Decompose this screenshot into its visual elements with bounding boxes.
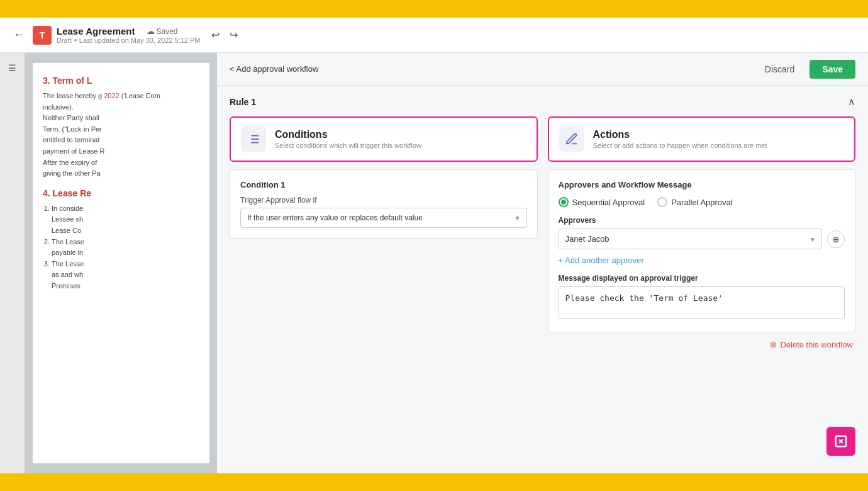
add-approver-circle-button[interactable]: ⊕ bbox=[827, 230, 845, 248]
delete-row: ⊗ Delete this workflow bbox=[230, 340, 855, 349]
trigger-select[interactable]: If the user enters any value or replaces… bbox=[240, 208, 527, 228]
doc-content-area: 3. Term of L The lease hereby g 2022 ('L… bbox=[25, 53, 217, 473]
doc-sidebar: ☰ bbox=[0, 53, 25, 473]
fab-button[interactable] bbox=[826, 427, 855, 456]
sequential-radio[interactable] bbox=[559, 197, 569, 207]
section4-text: In conside Lessee sh Lease Co The Lease … bbox=[43, 203, 199, 292]
rule-header: Rule 1 ∧ bbox=[230, 96, 855, 108]
workflow-actions: Discard Save bbox=[756, 60, 855, 79]
approver-row: Janet Jacob ▼ ⊕ bbox=[559, 229, 845, 249]
approver-select[interactable]: Janet Jacob bbox=[559, 229, 823, 249]
parallel-radio-label[interactable]: Parallel Approval bbox=[657, 197, 733, 207]
doc-title: Lease Agreement bbox=[57, 26, 135, 37]
conditions-subtitle: Select conditions which will trigger thi… bbox=[275, 142, 421, 149]
workflow-title-area: < Add approval workflow bbox=[230, 64, 318, 74]
collapse-button[interactable]: ∧ bbox=[848, 96, 855, 108]
approvers-label: Approvers bbox=[559, 216, 845, 225]
header-left: ← T Lease Agreement ☁ Saved Draft Last u… bbox=[10, 26, 200, 45]
condition1-card: Condition 1 Trigger Approval flow if If … bbox=[230, 169, 538, 239]
doc-icon: T bbox=[33, 26, 52, 45]
add-another-approver-button[interactable]: + Add another approver bbox=[559, 256, 644, 265]
approvers-card-title: Approvers and Workflow Message bbox=[559, 180, 845, 189]
section3-text: The lease hereby g 2022 ('Lease Com incl… bbox=[43, 91, 199, 179]
actions-text: Actions Select or add actions to happen … bbox=[593, 129, 767, 149]
conditions-column: Conditions Select conditions which will … bbox=[230, 116, 538, 332]
workflow-panel: < Add approval workflow Discard Save Rul… bbox=[217, 53, 868, 473]
save-button[interactable]: Save bbox=[810, 60, 855, 79]
separator-dot bbox=[74, 39, 77, 42]
conditions-text: Conditions Select conditions which will … bbox=[275, 129, 421, 149]
parallel-radio[interactable] bbox=[657, 197, 667, 207]
approvers-card: Approvers and Workflow Message Sequentia… bbox=[548, 169, 856, 332]
cloud-icon: ☁ bbox=[147, 26, 155, 36]
back-workflow-button[interactable]: < Add approval workflow bbox=[230, 64, 318, 74]
rule-label: Rule 1 bbox=[230, 97, 256, 107]
conditions-title: Conditions bbox=[275, 129, 421, 140]
workflow-content: Rule 1 ∧ Con bbox=[217, 86, 868, 473]
top-bar bbox=[0, 0, 868, 18]
delete-label: Delete this workflow bbox=[780, 340, 853, 349]
conditions-header-card: Conditions Select conditions which will … bbox=[230, 116, 538, 162]
actions-header-card: Actions Select or add actions to happen … bbox=[548, 116, 856, 162]
delete-icon: ⊗ bbox=[770, 340, 777, 349]
sidebar-doc-icon[interactable]: ☰ bbox=[4, 59, 21, 77]
back-workflow-label: < Add approval workflow bbox=[230, 64, 318, 74]
conditions-icon bbox=[241, 127, 266, 152]
main-layout: ☰ 3. Term of L The lease hereby g 2022 (… bbox=[0, 53, 868, 473]
section4-title: 4. Lease Re bbox=[43, 188, 199, 198]
bottom-bar bbox=[0, 473, 868, 491]
trigger-select-wrapper: If the user enters any value or replaces… bbox=[240, 208, 527, 228]
delete-workflow-button[interactable]: ⊗ Delete this workflow bbox=[770, 340, 853, 349]
redo-button[interactable]: ↪ bbox=[227, 26, 240, 43]
parallel-label: Parallel Approval bbox=[671, 198, 733, 207]
undo-button[interactable]: ↩ bbox=[209, 26, 222, 43]
message-label: Message displayed on approval trigger bbox=[559, 274, 845, 283]
saved-badge: ☁ Saved bbox=[147, 26, 178, 36]
workflow-header: < Add approval workflow Discard Save bbox=[217, 53, 868, 86]
back-button[interactable]: ← bbox=[10, 26, 28, 44]
doc-title-area: Lease Agreement ☁ Saved Draft Last updat… bbox=[57, 26, 200, 44]
actions-title: Actions bbox=[593, 129, 767, 140]
doc-subtitle: Draft Last updated on May 30, 2022 5:12 … bbox=[57, 37, 200, 44]
sequential-label: Sequential Approval bbox=[572, 198, 645, 207]
approval-type-group: Sequential Approval Parallel Approval bbox=[559, 197, 845, 207]
doc-page: 3. Term of L The lease hereby g 2022 ('L… bbox=[33, 63, 209, 463]
trigger-label: Trigger Approval flow if bbox=[240, 196, 527, 205]
back-icon: ← bbox=[13, 28, 25, 42]
section3-title: 3. Term of L bbox=[43, 76, 199, 86]
app-header: ← T Lease Agreement ☁ Saved Draft Last u… bbox=[0, 18, 868, 53]
toolbar-icons: ↩ ↪ bbox=[209, 26, 240, 43]
actions-column: Actions Select or add actions to happen … bbox=[548, 116, 856, 332]
discard-button[interactable]: Discard bbox=[756, 60, 803, 78]
rule-columns: Conditions Select conditions which will … bbox=[230, 116, 855, 332]
message-input[interactable]: Please check the 'Term of Lease' bbox=[559, 286, 845, 319]
condition1-label: Condition 1 bbox=[240, 180, 527, 189]
document-panel: ☰ 3. Term of L The lease hereby g 2022 (… bbox=[0, 53, 217, 473]
sequential-radio-label[interactable]: Sequential Approval bbox=[559, 197, 645, 207]
actions-subtitle: Select or add actions to happen when con… bbox=[593, 142, 767, 149]
doc-link: 2022 bbox=[104, 92, 119, 99]
actions-icon bbox=[559, 127, 584, 152]
approver-select-wrapper: Janet Jacob ▼ bbox=[559, 229, 823, 249]
